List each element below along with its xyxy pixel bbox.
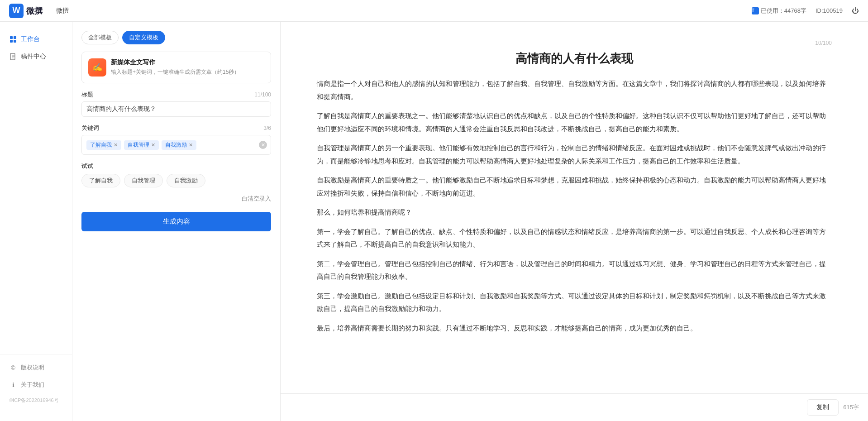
para-1: 了解自我是高情商人的重要表现之一。他们能够清楚地认识自己的优点和缺点，以及自己的…: [317, 110, 832, 135]
keyword-tag-1[interactable]: 了解自我 ✕: [86, 140, 121, 150]
template-name: 新媒体全文写作: [111, 58, 264, 67]
topbar-title: 微撰: [56, 7, 69, 15]
template-card-icon: ✍: [88, 58, 106, 77]
info-icon: ℹ: [9, 381, 17, 389]
content-area: 全部模板 自定义模板 ✍ 新媒体全文写作 输入标题+关键词，一键准确生成所需文章…: [72, 22, 868, 421]
left-panel: 全部模板 自定义模板 ✍ 新媒体全文写作 输入标题+关键词，一键准确生成所需文章…: [72, 22, 281, 421]
keyword-remove-1[interactable]: ✕: [114, 142, 118, 148]
word-count: 615字: [843, 403, 859, 411]
keywords-box[interactable]: 了解自我 ✕ 自我管理 ✕ 自我激励 ✕ ✕: [81, 135, 271, 155]
keywords-clear-btn[interactable]: ✕: [259, 141, 267, 149]
para-4: 那么，如何培养和提高情商呢？: [317, 206, 832, 219]
title-label: 标题 11/100: [81, 91, 271, 99]
main-layout: 工作台 稿件中心 © 版权说明 ℹ 关于我们 ©ICP备202: [0, 22, 868, 421]
topbar-right: T 已使用：44768字 ID:100519 ⏻: [752, 7, 859, 15]
copy-button[interactable]: 复制: [807, 399, 839, 416]
template-card[interactable]: ✍ 新媒体全文写作 输入标题+关键词，一键准确生成所需文章（约15秒）: [81, 52, 271, 83]
keyword-tag-2[interactable]: 自我管理 ✕: [124, 140, 159, 150]
user-id: ID:100519: [816, 7, 843, 14]
para-2: 自我管理是高情商人的另一个重要表现。他们能够有效地控制自己的言行和行为，控制自己…: [317, 142, 832, 167]
right-panel: ◀ 10/100 高情商的人有什么表现 情商是指一个人对自己和他人的感情的认知和…: [281, 22, 868, 421]
power-icon[interactable]: ⏻: [852, 7, 859, 15]
template-tabs: 全部模板 自定义模板: [81, 31, 271, 44]
keywords-section: 关键词 3/6 了解自我 ✕ 自我管理 ✕ 自我激励 ✕: [81, 124, 271, 155]
para-0: 情商是指一个人对自己和他人的感情的认知和管理能力，包括了解自我、自我管理、自我激…: [317, 77, 832, 103]
manuscripts-label: 稿件中心: [21, 53, 46, 61]
template-desc: 输入标题+关键词，一键准确生成所需文章（约15秒）: [111, 68, 264, 76]
keyword-tag-3[interactable]: 自我激励 ✕: [162, 140, 196, 150]
t-icon: T: [752, 7, 759, 14]
sidebar-item-copyright[interactable]: © 版权说明: [0, 359, 72, 376]
tab-custom-templates[interactable]: 自定义模板: [122, 31, 165, 44]
document-icon: [9, 53, 17, 61]
icp-text: ©ICP备2022016946号: [0, 393, 72, 407]
tab-all-templates[interactable]: 全部模板: [81, 31, 119, 44]
try-tag-2[interactable]: 自我管理: [124, 174, 163, 187]
logo-text: 微撰: [26, 5, 43, 16]
logo: W 微撰: [9, 4, 43, 18]
svg-rect-0: [10, 36, 13, 39]
title-count: 11/100: [254, 91, 271, 98]
article-body: 情商是指一个人对自己和他人的感情的认知和管理能力，包括了解自我、自我管理、自我激…: [317, 77, 832, 335]
sidebar-bottom: © 版权说明 ℹ 关于我们 ©ICP备2022016946号: [0, 354, 72, 412]
title-input[interactable]: [81, 101, 271, 117]
try-label: 试试: [81, 162, 271, 170]
para-5: 第一，学会了解自己。了解自己的优点、缺点、个性特质和偏好，以及自己的情感状态和情…: [317, 225, 832, 251]
copyright-label: 版权说明: [21, 364, 44, 372]
article-counter: 10/100: [317, 40, 832, 46]
svg-rect-1: [14, 36, 16, 39]
keywords-label: 关键词 3/6: [81, 124, 271, 132]
generate-button[interactable]: 生成内容: [81, 212, 271, 231]
try-section: 试试 了解自我 自我管理 自我激励: [81, 162, 271, 187]
keyword-remove-3[interactable]: ✕: [189, 142, 193, 148]
keywords-count: 3/6: [263, 125, 271, 131]
workspace-label: 工作台: [21, 35, 40, 43]
sidebar: 工作台 稿件中心 © 版权说明 ℹ 关于我们 ©ICP备202: [0, 22, 72, 421]
svg-rect-3: [14, 40, 16, 43]
clear-input-btn[interactable]: 白清空录入: [81, 195, 271, 203]
copyright-icon: ©: [9, 364, 17, 372]
keyword-remove-2[interactable]: ✕: [151, 142, 155, 148]
try-tag-3[interactable]: 自我激励: [167, 174, 205, 187]
para-7: 第三，学会激励自己。激励自己包括设定目标和计划、自我激励和自我奖励等方式。可以通…: [317, 290, 832, 316]
topbar-left: W 微撰 微撰: [9, 4, 69, 18]
topbar: W 微撰 微撰 T 已使用：44768字 ID:100519 ⏻: [0, 0, 868, 22]
sidebar-item-about[interactable]: ℹ 关于我们: [0, 376, 72, 393]
sidebar-item-manuscripts[interactable]: 稿件中心: [0, 48, 72, 65]
article-area: 10/100 高情商的人有什么表现 情商是指一个人对自己和他人的感情的认知和管理…: [281, 22, 868, 393]
sidebar-item-workspace[interactable]: 工作台: [0, 31, 72, 48]
bottom-action: 复制 615字: [281, 393, 868, 421]
para-3: 自我激励是高情商人的重要特质之一。他们能够激励自己不断地追求目标和梦想，克服困难…: [317, 174, 832, 200]
about-label: 关于我们: [21, 381, 44, 389]
title-section: 标题 11/100: [81, 91, 271, 117]
dashboard-icon: [9, 35, 17, 43]
try-tag-1[interactable]: 了解自我: [81, 174, 120, 187]
article-title: 高情商的人有什么表现: [317, 51, 832, 67]
para-8: 最后，培养高情商需要长期的努力和实践。只有通过不断地学习、反思和实践，才能够提高…: [317, 322, 832, 335]
try-tags: 了解自我 自我管理 自我激励: [81, 174, 271, 187]
logo-w-icon: W: [9, 4, 24, 18]
template-info: 新媒体全文写作 输入标题+关键词，一键准确生成所需文章（约15秒）: [111, 58, 264, 76]
para-6: 第二，学会管理自己。管理自己包括控制自己的情绪、行为和言语，以及管理自己的时间和…: [317, 258, 832, 283]
used-chars: T 已使用：44768字: [752, 7, 806, 15]
svg-rect-2: [10, 40, 13, 43]
